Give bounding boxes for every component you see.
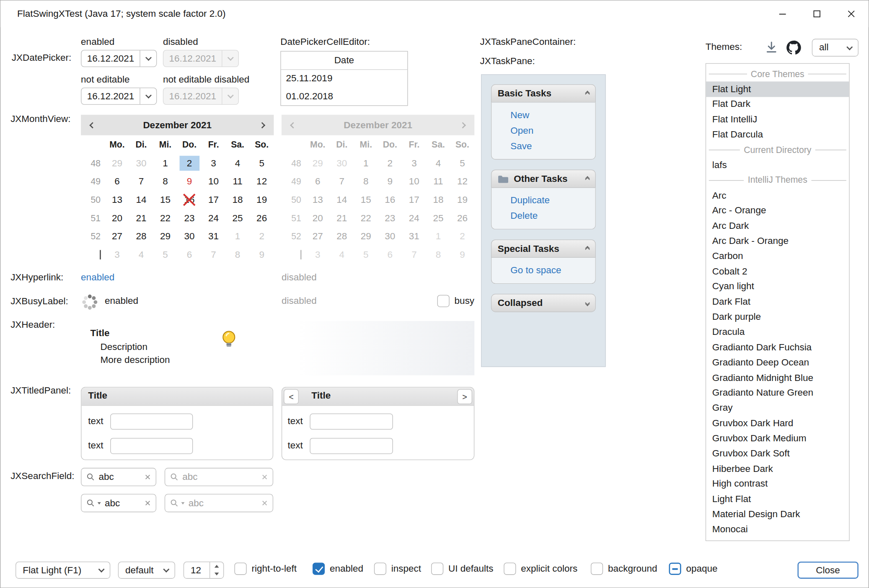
search-field-with-menu[interactable]: abc xyxy=(81,494,156,513)
theme-list-item[interactable]: Gray xyxy=(706,401,849,416)
calendar-day[interactable]: 8 xyxy=(225,246,250,264)
checkbox-box[interactable] xyxy=(235,563,247,575)
checkbox-box[interactable] xyxy=(431,563,443,575)
calendar-day[interactable]: 29 xyxy=(153,227,178,246)
theme-list-item[interactable]: Arc Dark - Orange xyxy=(706,233,849,249)
calendar-day[interactable]: 28 xyxy=(129,227,153,246)
text-input[interactable] xyxy=(310,438,393,454)
calendar-day[interactable]: 10 xyxy=(202,172,226,191)
theme-list-item[interactable]: Flat Darcula xyxy=(706,127,849,142)
themes-filter-combo[interactable]: all xyxy=(812,39,859,57)
checkbox-box[interactable] xyxy=(591,563,603,575)
theme-list-item[interactable]: lafs xyxy=(706,158,849,173)
text-input[interactable] xyxy=(110,414,193,430)
calendar-day[interactable]: 8 xyxy=(153,172,178,191)
next-month-icon[interactable] xyxy=(259,122,265,128)
clear-icon[interactable] xyxy=(145,500,151,506)
theme-list-item[interactable]: Flat Light xyxy=(706,82,849,97)
calendar-day[interactable]: 23 xyxy=(177,209,202,228)
taskpane-header[interactable]: Special Tasks xyxy=(491,239,596,258)
theme-list-item[interactable]: Flat IntelliJ xyxy=(706,112,849,127)
close-button[interactable]: Close xyxy=(797,562,858,579)
theme-list-item[interactable]: Gradianto Deep Ocean xyxy=(706,355,849,370)
calendar-day[interactable]: 30 xyxy=(177,227,202,246)
theme-list-item[interactable]: Dracula xyxy=(706,325,849,340)
calendar-day[interactable]: 31 xyxy=(202,227,226,246)
calendar-day[interactable]: 2 xyxy=(177,154,202,173)
datepicker-dropdown-button[interactable] xyxy=(140,88,156,104)
calendar-day[interactable]: 20 xyxy=(105,209,129,228)
theme-list-item[interactable]: Gruvbox Dark Hard xyxy=(706,416,849,431)
calendar-day[interactable]: 3 xyxy=(202,154,226,173)
taskpane-header[interactable]: Other Tasks xyxy=(491,170,596,188)
text-input[interactable] xyxy=(310,414,393,430)
calendar-day[interactable]: 6 xyxy=(105,172,129,191)
checkbox-box[interactable] xyxy=(374,563,386,575)
theme-list-item[interactable]: Cyan light xyxy=(706,279,849,294)
checkbox-background[interactable]: background xyxy=(591,563,657,575)
calendar-day[interactable]: 9 xyxy=(250,246,274,264)
datepicker-not-editable[interactable]: 16.12.2021 xyxy=(81,88,157,105)
theme-list-item[interactable]: Nord xyxy=(706,537,849,541)
calendar-day[interactable]: 16 xyxy=(177,191,202,209)
calendar-day[interactable]: 5 xyxy=(250,154,274,173)
calendar-day[interactable]: 18 xyxy=(225,191,250,209)
chevron-down-icon[interactable] xyxy=(586,302,589,304)
checkbox-ui-defaults[interactable]: UI defaults xyxy=(431,563,493,575)
calendar-day[interactable]: 25 xyxy=(225,209,250,228)
calendar-day[interactable]: 17 xyxy=(202,191,226,209)
minimize-button[interactable] xyxy=(766,0,800,27)
calendar-day[interactable]: 1 xyxy=(153,154,178,173)
checkbox-right-to-left[interactable]: right-to-left xyxy=(235,563,297,575)
theme-list-item[interactable]: Cobalt 2 xyxy=(706,264,849,279)
taskpane-header[interactable]: Collapsed xyxy=(491,294,596,312)
calendar-day[interactable]: 15 xyxy=(153,191,178,209)
checkbox-enabled[interactable]: enabled xyxy=(313,563,363,575)
calendar-day[interactable]: 19 xyxy=(250,191,274,209)
taskpane-link[interactable]: Delete xyxy=(510,211,591,222)
calendar-day[interactable]: 22 xyxy=(153,209,178,228)
close-window-button[interactable] xyxy=(834,0,869,27)
calendar-day[interactable]: 9 xyxy=(177,172,202,191)
calendar-day[interactable]: 27 xyxy=(105,227,129,246)
calendar-day[interactable]: 24 xyxy=(202,209,226,228)
hyperlink-enabled[interactable]: enabled xyxy=(81,272,114,283)
chevron-up-icon[interactable] xyxy=(586,92,589,94)
theme-list-item[interactable]: Gradianto Nature Green xyxy=(706,386,849,401)
datepicker-dropdown-button[interactable] xyxy=(140,50,156,66)
calendar-day[interactable]: 3 xyxy=(105,246,129,264)
theme-list-item[interactable]: Arc - Orange xyxy=(706,203,849,218)
taskpane-link[interactable]: Duplicate xyxy=(510,195,591,206)
calendar-day[interactable]: 4 xyxy=(129,246,153,264)
datepicker-enabled[interactable]: 16.12.2021 xyxy=(81,50,157,67)
chevron-up-icon[interactable] xyxy=(586,178,589,180)
github-icon[interactable] xyxy=(785,39,802,56)
checkbox-opaque[interactable]: opaque xyxy=(669,563,718,575)
theme-list-item[interactable]: Dark purple xyxy=(706,309,849,324)
theme-list-item[interactable]: High contrast xyxy=(706,477,849,492)
theme-list-item[interactable]: Gradianto Midnight Blue xyxy=(706,370,849,385)
font-combo[interactable]: default xyxy=(118,562,175,579)
theme-list-item[interactable]: Gruvbox Dark Soft xyxy=(706,446,849,461)
theme-list-item[interactable]: Gruvbox Dark Medium xyxy=(706,431,849,446)
calendar-day[interactable]: 13 xyxy=(105,191,129,209)
taskpane-link[interactable]: Save xyxy=(510,141,591,152)
checkbox-box[interactable] xyxy=(437,295,450,307)
checkbox-box[interactable] xyxy=(669,563,681,575)
theme-list-item[interactable]: Hiberbee Dark xyxy=(706,461,849,477)
panel-prev-button[interactable]: < xyxy=(284,389,299,404)
calendar-day[interactable]: 29 xyxy=(105,154,129,173)
download-icon[interactable] xyxy=(764,41,778,55)
checkbox-box[interactable] xyxy=(504,563,516,575)
calendar-day[interactable]: 2 xyxy=(250,227,274,246)
taskpane-link[interactable]: New xyxy=(510,110,591,121)
calendar-day[interactable]: 21 xyxy=(129,209,153,228)
calendar-day[interactable]: 6 xyxy=(177,246,202,264)
clear-icon[interactable] xyxy=(145,474,151,480)
theme-list-item[interactable]: Monocai xyxy=(706,522,849,537)
taskpane-link[interactable]: Open xyxy=(510,125,591,136)
font-size-spinner[interactable]: 12 xyxy=(184,562,224,579)
theme-list-item[interactable]: Flat Dark xyxy=(706,97,849,112)
calendar-day[interactable]: 7 xyxy=(129,172,153,191)
taskpane-header[interactable]: Basic Tasks xyxy=(491,84,596,103)
